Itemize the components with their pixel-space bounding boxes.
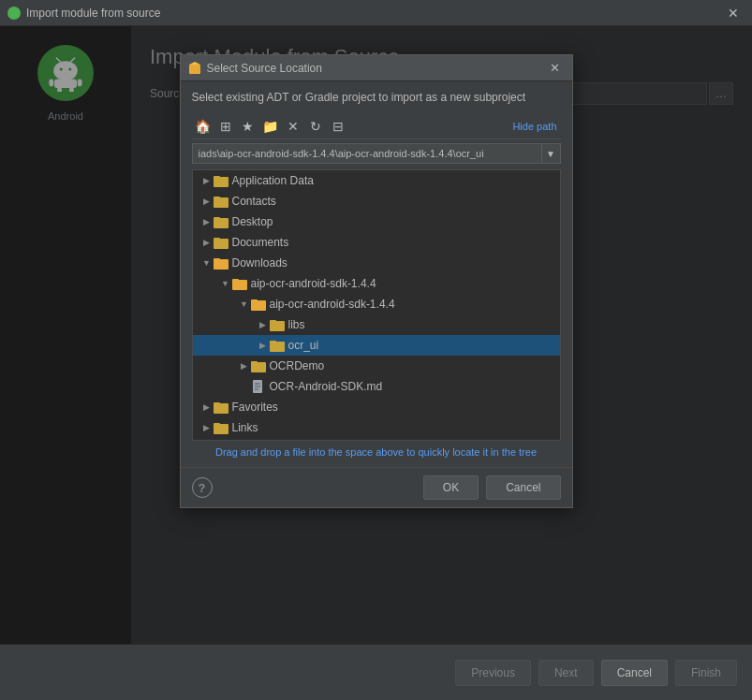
folder-icon-desktop [214,214,229,229]
home-button[interactable]: 🏠 [193,116,214,137]
tree-toggle-desktop[interactable]: ▶ [200,215,214,228]
folder-icon-downloads [214,255,229,270]
tree-toggle-ocrdemo[interactable]: ▶ [238,359,251,372]
svg-rect-19 [214,238,220,241]
previous-button[interactable]: Previous [455,660,531,686]
tree-label-aip-sdk-144-inner: aip-ocr-android-sdk-1.4.4 [270,298,395,311]
tree-item-links[interactable]: ▶Links [193,417,560,438]
app-icon [7,7,21,20]
dialog-close-button[interactable]: ✕ [545,59,565,77]
tree-label-ocr-ui: ocr_ui [288,339,319,352]
tree-label-documents: Documents [232,236,289,249]
tree-label-links: Links [232,421,258,434]
tree-item-local-settings[interactable]: ▶Local Settings [193,438,560,441]
dialog-cancel-button[interactable]: Cancel [486,475,560,500]
select-source-dialog: Select Source Location ✕ Select existing… [180,54,573,508]
tree-label-downloads: Downloads [232,256,288,270]
file-tree[interactable]: ▶Application Data▶Contacts▶Desktop▶Docum… [192,169,561,441]
file-browser-toolbar: 🏠 ⊞ ★ 📁 ✕ ↻ ⊟ Hide path [192,113,561,139]
dialog-title-text: Select Source Location [207,62,545,75]
tree-toggle-aip-sdk-144-outer[interactable]: ▼ [219,277,232,290]
svg-rect-13 [214,176,220,179]
tree-label-desktop: Desktop [232,215,273,228]
svg-rect-31 [251,361,258,364]
svg-marker-11 [189,62,200,65]
tree-label-app-data: Application Data [232,174,314,187]
svg-rect-27 [270,320,276,323]
svg-rect-15 [214,197,220,199]
folder-icon-app-data [214,173,229,188]
tree-item-ocrdemo[interactable]: ▶OCRDemo [193,356,560,376]
dialog-body: Select existing ADT or Gradle project to… [181,81,572,467]
svg-rect-39 [214,423,220,426]
tree-label-aip-sdk-144-outer: aip-ocr-android-sdk-1.4.4 [251,277,376,290]
tree-item-aip-sdk-144-inner[interactable]: ▼aip-ocr-android-sdk-1.4.4 [193,294,560,314]
window-title: Import module from source [26,7,722,20]
tree-item-downloads[interactable]: ▼Downloads [193,253,560,273]
grid-button[interactable]: ⊟ [328,116,348,137]
svg-rect-37 [214,402,220,405]
folder-icon-ocr-ui [270,338,285,353]
tree-item-contacts[interactable]: ▶Contacts [193,191,560,211]
folder-icon-contacts [214,194,229,209]
cancel-button[interactable]: Cancel [601,660,668,686]
delete-button[interactable]: ✕ [283,116,303,137]
sync-button[interactable]: ↻ [305,116,326,137]
path-input[interactable] [192,143,542,164]
tree-item-favorites[interactable]: ▶Favorites [193,397,560,417]
tree-label-ocr-sdk-md: OCR-Android-SDK.md [270,380,383,393]
folder-icon-links [214,420,229,435]
help-button[interactable]: ? [192,477,213,498]
tree-item-documents[interactable]: ▶Documents [193,232,560,253]
tree-toggle-contacts[interactable]: ▶ [200,195,214,208]
folder-icon-aip-sdk-144-inner [251,297,266,312]
svg-rect-17 [214,217,220,220]
file-icon-ocr-sdk-md [251,379,266,394]
tree-toggle-favorites[interactable]: ▶ [200,401,214,414]
refresh-button[interactable]: ⊞ [215,116,236,137]
tree-item-libs[interactable]: ▶libs [193,314,560,335]
tree-item-ocr-sdk-md[interactable]: OCR-Android-SDK.md [193,376,560,397]
tree-toggle-libs[interactable]: ▶ [257,318,270,331]
new-folder-button[interactable]: 📁 [260,116,281,137]
hide-path-button[interactable]: Hide path [509,121,560,132]
svg-rect-21 [214,258,220,261]
folder-icon-favorites [214,400,229,415]
tree-toggle-documents[interactable]: ▶ [200,236,214,249]
tree-toggle-links[interactable]: ▶ [200,421,214,434]
drag-hint: Drag and drop a file into the space abov… [192,446,561,458]
ok-button[interactable]: OK [423,475,479,500]
finish-button[interactable]: Finish [675,660,737,686]
tree-toggle-ocr-ui[interactable]: ▶ [257,339,270,352]
window-close-button[interactable]: ✕ [722,4,745,22]
title-bar: Import module from source ✕ [0,0,752,26]
dialog-footer: ? OK Cancel [181,467,572,507]
dialog-footer-buttons: OK Cancel [213,475,561,500]
dialog-overlay: Select Source Location ✕ Select existing… [0,26,752,644]
tree-item-desktop[interactable]: ▶Desktop [193,211,560,232]
svg-rect-29 [270,341,276,343]
dialog-title-icon [188,62,201,75]
folder-icon-libs [270,317,285,332]
bottom-bar: Previous Next Cancel Finish [0,644,752,700]
tree-toggle-app-data[interactable]: ▶ [200,174,214,187]
bookmark-button[interactable]: ★ [238,116,258,137]
path-bar: ▼ [192,143,561,164]
svg-rect-10 [189,65,200,74]
tree-label-ocrdemo: OCRDemo [270,359,325,372]
svg-rect-25 [251,299,258,302]
next-button[interactable]: Next [538,660,594,686]
folder-icon-documents [214,235,229,250]
tree-item-app-data[interactable]: ▶Application Data [193,170,560,191]
tree-toggle-aip-sdk-144-inner[interactable]: ▼ [238,298,251,311]
folder-icon-ocrdemo [251,358,266,373]
tree-label-favorites: Favorites [232,401,278,414]
svg-rect-23 [232,279,239,282]
folder-icon-aip-sdk-144-outer [232,276,247,291]
tree-item-ocr-ui[interactable]: ▶ocr_ui [193,335,560,356]
tree-item-aip-sdk-144-outer[interactable]: ▼aip-ocr-android-sdk-1.4.4 [193,273,560,294]
path-dropdown-button[interactable]: ▼ [542,143,561,164]
tree-toggle-downloads[interactable]: ▼ [200,256,214,270]
tree-label-contacts: Contacts [232,195,276,208]
dialog-title-bar: Select Source Location ✕ [181,55,572,81]
